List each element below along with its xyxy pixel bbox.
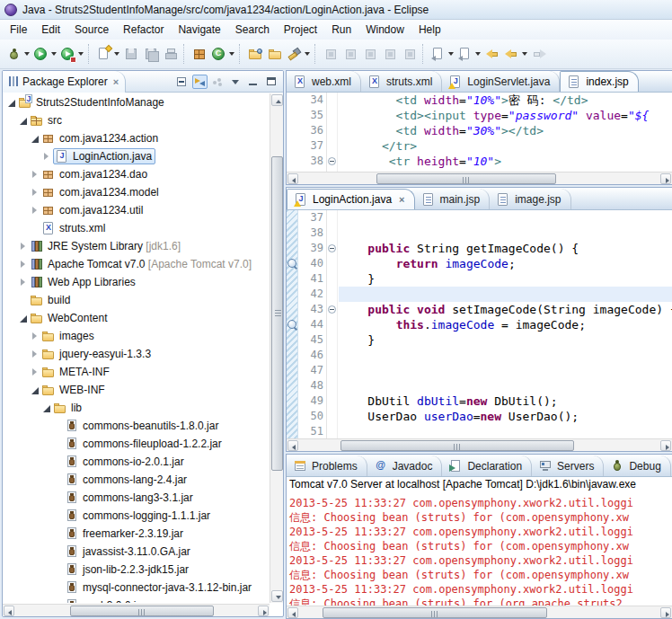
tab-loginservlet-java[interactable]: JLoginServlet.java xyxy=(442,71,560,92)
tab-javadoc[interactable]: @Javadoc xyxy=(367,455,443,476)
hscroll-thumb[interactable] xyxy=(323,607,547,618)
code-line-43[interactable]: 43 public void setImageCode(String image… xyxy=(287,302,672,317)
tree-item-struts-xml[interactable]: Xstruts.xml xyxy=(4,219,269,237)
tab-debug[interactable]: Debug xyxy=(604,455,670,476)
expand-arrow-icon[interactable] xyxy=(31,170,40,180)
code-text[interactable]: <td width="10%">密 码: </td> xyxy=(340,93,672,108)
selected-tree-item[interactable]: JLoginAction.java xyxy=(53,148,155,164)
expand-arrow-icon[interactable] xyxy=(19,260,29,270)
tree-item-freemarker-2-3-19-jar[interactable]: freemarker-2.3.19.jar xyxy=(4,525,269,543)
console-hscrollbar[interactable] xyxy=(287,606,672,618)
tab-web-xml[interactable]: Xweb.xml xyxy=(287,71,361,92)
code-line-37[interactable]: 37 xyxy=(287,210,672,225)
scroll-left-button[interactable] xyxy=(4,606,14,616)
scroll-left-button[interactable] xyxy=(287,440,298,451)
scroll-right-button[interactable] xyxy=(660,440,671,451)
tree-item-jre-system-library[interactable]: JRE System Library [jdk1.6] xyxy=(4,237,269,255)
minimize-view-icon[interactable] xyxy=(246,75,261,89)
tree-item-ognl-3-0-6-jar[interactable]: ognl-3.0.6.jar xyxy=(4,597,269,603)
package-explorer-tab[interactable]: Package Explorer × xyxy=(3,71,126,93)
expand-arrow-icon[interactable] xyxy=(42,403,52,413)
code-line-51[interactable]: 51 xyxy=(287,424,672,438)
new-java-project-button[interactable] xyxy=(190,43,209,65)
tree-item-loginaction-java[interactable]: JLoginAction.java xyxy=(4,147,269,165)
package-explorer-hscrollbar[interactable] xyxy=(3,604,270,616)
scroll-right-button[interactable] xyxy=(660,173,671,184)
debug-button[interactable] xyxy=(4,43,31,65)
tree-item-com-java1234-model[interactable]: com.java1234.model xyxy=(4,183,269,201)
menu-source[interactable]: Source xyxy=(67,21,116,39)
tree-item-src[interactable]: src xyxy=(4,111,269,129)
collapse-all-icon[interactable] xyxy=(174,75,190,89)
code-line-36[interactable]: 36 <td width="30%"></td> xyxy=(287,123,672,138)
code-text[interactable]: public void setImageCode(String imageCod… xyxy=(340,302,672,317)
expand-arrow-icon[interactable] xyxy=(19,116,29,126)
menu-project[interactable]: Project xyxy=(277,21,324,39)
tree-item-apache-tomcat-v7-0[interactable]: Apache Tomcat v7.0 [Apache Tomcat v7.0] xyxy=(4,255,269,273)
code-line-47[interactable]: 47 xyxy=(287,363,672,378)
menu-help[interactable]: Help xyxy=(411,21,448,39)
menu-search[interactable]: Search xyxy=(228,21,277,39)
dropdown-caret-icon[interactable] xyxy=(448,52,454,56)
open-type-button[interactable] xyxy=(245,43,265,65)
code-text[interactable]: } xyxy=(340,332,672,348)
tree-item-meta-inf[interactable]: META-INF xyxy=(4,363,269,381)
code-text[interactable]: <td width="30%"></td> xyxy=(340,123,672,138)
code-line-49[interactable]: 49 DbUtil dbUtil=new DbUtil(); xyxy=(287,394,672,409)
view-menu-icon[interactable] xyxy=(228,75,243,89)
hscroll-thumb[interactable] xyxy=(376,173,556,184)
dropdown-caret-icon[interactable] xyxy=(51,52,57,56)
last-edit-location-button[interactable] xyxy=(429,43,455,65)
editor-top-hscrollbar[interactable] xyxy=(287,172,672,184)
tree-item-lib[interactable]: lib xyxy=(4,399,269,417)
code-line-37[interactable]: 37 </tr> xyxy=(287,138,672,154)
tab-image-jsp[interactable]: image.jsp xyxy=(490,189,570,209)
dropdown-caret-icon[interactable] xyxy=(24,52,30,56)
back-history-button[interactable] xyxy=(502,43,529,65)
dropdown-caret-icon[interactable] xyxy=(475,52,481,56)
code-text[interactable]: public String getImageCode() { xyxy=(340,241,672,256)
focus-icon[interactable] xyxy=(210,75,225,89)
tree-item-com-java1234-action[interactable]: com.java1234.action xyxy=(4,129,269,147)
dropdown-caret-icon[interactable] xyxy=(114,52,119,56)
menu-edit[interactable]: Edit xyxy=(34,21,67,39)
tree-item-jquery-easyui-1-3-3[interactable]: jquery-easyui-1.3.3 xyxy=(4,345,269,363)
run-external-button[interactable] xyxy=(58,43,85,65)
code-line-38[interactable]: 38 xyxy=(287,225,672,241)
code-text[interactable]: <td><input type="password" value="${ xyxy=(340,108,672,123)
expand-arrow-icon[interactable] xyxy=(31,188,40,198)
scroll-up-button[interactable] xyxy=(271,94,283,106)
code-line-42[interactable]: 42 xyxy=(287,287,672,302)
expand-arrow-icon[interactable] xyxy=(31,206,40,216)
tree-item-javassist-3-11-0-ga-jar[interactable]: javassist-3.11.0.GA.jar xyxy=(4,543,269,561)
code-line-35[interactable]: 35 <td><input type="password" value="${ xyxy=(287,108,672,123)
tree-item-json-lib-2-2-3-jdk15-jar[interactable]: json-lib-2.2.3-jdk15.jar xyxy=(4,561,269,579)
tab-main-jsp[interactable]: main.jsp xyxy=(415,189,491,209)
scroll-right-button[interactable] xyxy=(660,607,671,618)
fold-collapse-icon[interactable] xyxy=(328,244,336,252)
expand-arrow-icon[interactable] xyxy=(31,385,40,395)
fold-collapse-icon[interactable] xyxy=(328,305,336,314)
maximize-view-icon[interactable] xyxy=(264,75,279,89)
tab-struts-xml[interactable]: Xstruts.xml xyxy=(361,71,442,92)
tree-item-commons-lang-2-4-jar[interactable]: commons-lang-2.4.jar xyxy=(4,471,269,489)
code-text[interactable]: <tr height="10"> xyxy=(340,154,672,169)
menu-navigate[interactable]: Navigate xyxy=(171,21,227,39)
scroll-left-button[interactable] xyxy=(287,173,298,184)
code-line-50[interactable]: 50 UserDao userDao=new UserDao(); xyxy=(287,409,672,424)
tab-problems[interactable]: Problems xyxy=(287,455,367,476)
tree-item-commons-io-2-0-1-jar[interactable]: commons-io-2.0.1.jar xyxy=(4,453,269,471)
link-with-editor-icon[interactable] xyxy=(192,75,208,89)
code-text[interactable]: } xyxy=(340,271,672,287)
code-text[interactable]: this.imageCode = imageCode; xyxy=(340,317,672,332)
editor-top-code-area[interactable]: 34 <td width="10%">密 码: </td>35 <td><inp… xyxy=(287,93,672,172)
code-line-48[interactable]: 48 xyxy=(287,378,672,394)
tree-item-webcontent[interactable]: WebContent xyxy=(4,309,269,327)
new-class-button[interactable]: C xyxy=(209,43,236,65)
dropdown-caret-icon[interactable] xyxy=(305,52,310,56)
editor-main-hscrollbar[interactable] xyxy=(287,438,672,451)
code-text[interactable]: DbUtil dbUtil=new DbUtil(); xyxy=(340,394,672,409)
code-line-44[interactable]: 44 this.imageCode = imageCode; xyxy=(287,317,672,332)
menu-file[interactable]: File xyxy=(3,21,34,39)
hscroll-thumb[interactable] xyxy=(340,440,574,451)
